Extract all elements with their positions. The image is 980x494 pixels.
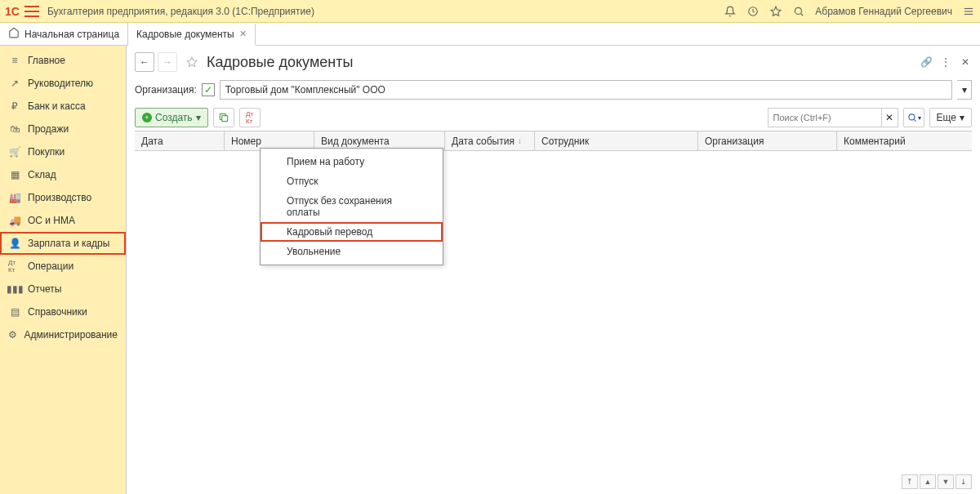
sidebar-item-salary[interactable]: 👤Зарплата и кадры [0,232,126,255]
sidebar-item-bank[interactable]: ₽Банк и касса [0,95,126,118]
menu-item-dismissal[interactable]: Увольнение [261,242,443,261]
menu-item-hire[interactable]: Прием на работу [261,152,443,171]
svg-marker-1 [771,7,781,16]
tab-home-label: Начальная страница [24,29,119,40]
scroll-bottom-button[interactable]: ⤓ [956,474,972,489]
book-icon: ▤ [8,305,21,318]
create-button[interactable]: +Создать▾ [135,108,208,127]
sidebar-label: Склад [28,169,56,180]
menu-burger-icon[interactable] [24,6,39,17]
truck-icon: 🚚 [8,214,21,227]
sidebar-item-reports[interactable]: ▮▮▮Отчеты [0,278,126,300]
sidebar-label: ОС и НМА [28,215,75,226]
top-bar: 1C Бухгалтерия предприятия, редакция 3.0… [0,0,980,23]
th-comment[interactable]: Комментарий [837,131,972,150]
search-button[interactable]: ▾ [903,108,924,127]
search-box: ✕ [768,108,898,127]
th-employee[interactable]: Сотрудник [535,131,698,150]
more-button[interactable]: Еще▾ [929,108,972,127]
create-dropdown-menu: Прием на работу Отпуск Отпуск без сохран… [260,148,443,265]
app-title: Бухгалтерия предприятия, редакция 3.0 (1… [47,6,314,17]
person-icon: 👤 [8,237,21,250]
sidebar-label: Банк и касса [28,100,86,112]
th-org[interactable]: Организация [698,131,837,150]
user-menu-icon[interactable] [962,5,975,18]
sidebar-label: Администрирование [24,329,118,340]
tab-documents-label: Кадровые документы [136,29,234,40]
filter-label: Организация: [135,84,197,96]
org-checkbox[interactable]: ✓ [202,83,215,96]
factory-icon: 🏭 [8,191,21,204]
scroll-top-button[interactable]: ⤒ [902,474,918,489]
svg-rect-7 [221,116,227,122]
user-name[interactable]: Абрамов Геннадий Сергеевич [815,6,952,17]
scroll-down-button[interactable]: ▼ [938,474,954,489]
scroll-up-button[interactable]: ▲ [920,474,936,489]
home-icon [8,27,20,41]
more-label: Еще [937,112,956,123]
table-nav: ⤒ ▲ ▼ ⤓ [902,474,972,489]
svg-marker-6 [187,57,197,66]
sidebar-label: Справочники [28,306,87,318]
bell-icon[interactable] [724,5,737,18]
link-icon[interactable]: 🔗 [920,56,933,69]
chevron-down-icon: ▾ [960,112,964,123]
sidebar-label: Продажи [28,123,69,135]
plus-icon: + [142,113,152,122]
sidebar-item-warehouse[interactable]: ▦Склад [0,163,126,186]
more-vert-icon[interactable]: ⋮ [939,56,952,69]
sidebar-item-admin[interactable]: ⚙Администрирование [0,323,126,346]
sidebar-item-sales[interactable]: 🛍Продажи [0,118,126,140]
star-icon[interactable] [769,5,782,18]
search-icon[interactable] [792,5,805,18]
tabs-row: Начальная страница Кадровые документы ✕ [0,23,980,46]
sidebar-item-main[interactable]: ≡Главное [0,49,126,72]
list-icon: ≡ [8,54,21,67]
sidebar-label: Зарплата и кадры [28,238,109,249]
sidebar-item-production[interactable]: 🏭Производство [0,186,126,209]
clear-search-button[interactable]: ✕ [882,108,898,127]
sidebar-item-refs[interactable]: ▤Справочники [0,300,126,323]
create-label: Создать [155,112,193,123]
tab-documents[interactable]: Кадровые документы ✕ [128,24,256,46]
sidebar-label: Покупки [28,146,65,158]
th-event-date[interactable]: Дата события↓ [445,131,535,150]
org-select[interactable]: Торговый дом "Комплексный" ООО [220,80,952,100]
boxes-icon: ▦ [8,168,21,181]
sidebar-label: Производство [28,192,91,203]
back-button[interactable]: ← [135,52,154,72]
sidebar-label: Руководителю [28,78,93,89]
favorite-star-icon[interactable] [185,56,198,69]
gear-icon: ⚙ [8,328,18,341]
bag-icon: 🛍 [8,122,21,136]
page-title: Кадровые документы [207,54,353,71]
menu-item-transfer[interactable]: Кадровый перевод [261,222,443,242]
bars-icon: ▮▮▮ [8,283,21,296]
search-input[interactable] [768,108,882,127]
close-page-icon[interactable]: ✕ [959,56,972,69]
sort-arrow-icon: ↓ [518,136,522,145]
copy-button[interactable] [213,108,234,127]
sidebar-item-operations[interactable]: Дт КтОперации [0,255,126,278]
sidebar: ≡Главное ↗Руководителю ₽Банк и касса 🛍Пр… [0,46,127,494]
svg-point-8 [908,114,914,120]
tab-home[interactable]: Начальная страница [0,23,128,45]
forward-button[interactable]: → [158,52,177,72]
chevron-down-icon: ▾ [196,112,201,123]
th-date[interactable]: Дата [135,131,225,150]
close-icon[interactable]: ✕ [239,29,247,39]
menu-item-vacation[interactable]: Отпуск [261,171,443,191]
history-icon[interactable] [746,5,760,18]
menu-item-unpaid-vacation[interactable]: Отпуск без сохранения оплаты [261,191,443,222]
org-value: Торговый дом "Комплексный" ООО [225,84,385,96]
sidebar-item-assets[interactable]: 🚚ОС и НМА [0,209,126,232]
sidebar-label: Отчеты [28,283,61,295]
logo-1c[interactable]: 1C [5,5,20,18]
org-dropdown-button[interactable]: ▾ [957,80,972,100]
sidebar-label: Операции [28,260,74,272]
ruble-icon: ₽ [8,100,21,113]
sidebar-item-purchases[interactable]: 🛒Покупки [0,140,126,163]
sidebar-item-manager[interactable]: ↗Руководителю [0,72,126,95]
content-area: ← → Кадровые документы 🔗 ⋮ ✕ Организация… [127,46,980,494]
dtkt-button[interactable]: ДтКт [239,108,261,127]
